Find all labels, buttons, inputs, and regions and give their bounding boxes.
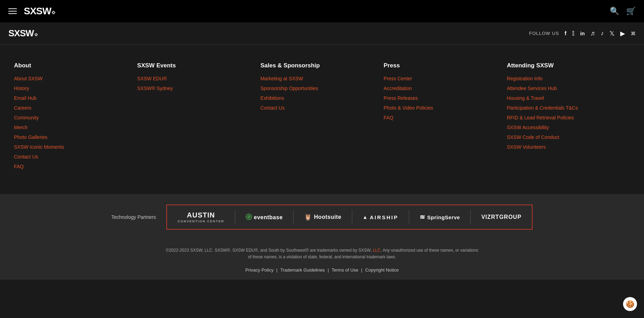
airship-logo: ▲ AIRSHIP [363, 214, 398, 220]
linkedin-icon[interactable]: in [580, 30, 585, 36]
list-item: History [14, 85, 137, 91]
code-of-conduct-link[interactable]: SXSW Code of Conduct [507, 134, 559, 140]
list-item: Marketing at SXSW [260, 75, 384, 82]
list-item: SXSW EDU® [137, 75, 261, 82]
footer-col-sales: Sales & Sponsorship Marketing at SXSW Sp… [260, 62, 384, 173]
hootsuite-logo: 🦉 Hootsuite [304, 213, 341, 221]
attendee-services-link[interactable]: Attendee Services Hub [507, 86, 557, 91]
instagram-icon[interactable]: 𝕀 [572, 30, 574, 37]
list-item: Contact Us [260, 105, 384, 111]
photo-video-policies-link[interactable]: Photo & Video Policies [384, 105, 433, 111]
rfid-policies-link[interactable]: RFID & Lead Retrieval Policies [507, 115, 574, 120]
list-item: About SXSW [14, 75, 137, 82]
footer-bottom-links: Privacy Policy | Trademark Guidelines | … [14, 267, 630, 273]
accreditation-link[interactable]: Accreditation [384, 86, 412, 91]
list-item: Registration Info [507, 75, 630, 82]
participation-credentials-link[interactable]: Participation & Credentials T&Cs [507, 105, 578, 111]
about-sxsw-link[interactable]: About SXSW [14, 76, 43, 81]
list-item: Email Hub [14, 95, 137, 101]
careers-link[interactable]: Careers [14, 105, 31, 111]
list-item: Housing & Travel [507, 95, 630, 101]
footer-col-sales-links: Marketing at SXSW Sponsorship Opportunit… [260, 75, 384, 111]
list-item: SXSW Accessibility [507, 124, 630, 131]
contact-us-sales-link[interactable]: Contact Us [260, 105, 284, 111]
footer-col-events-links: SXSW EDU® SXSW® Sydney [137, 75, 261, 91]
list-item: SXSW Code of Conduct [507, 134, 630, 140]
tiktok-icon[interactable]: ♪ [601, 30, 604, 37]
housing-travel-link[interactable]: Housing & Travel [507, 95, 544, 101]
photo-galleries-link[interactable]: Photo Galleries [14, 134, 48, 140]
marketing-sxsw-link[interactable]: Marketing at SXSW [260, 76, 303, 81]
faq-about-link[interactable]: FAQ [14, 164, 24, 169]
list-item: Exhibitions [260, 95, 384, 101]
twitter-icon[interactable]: 𝕏 [609, 30, 615, 37]
list-item: SXSW Iconic Moments [14, 144, 137, 150]
footer-col-attending-title: Attending SXSW [507, 62, 630, 69]
list-item: SXSW® Sydney [137, 85, 261, 91]
history-link[interactable]: History [14, 86, 29, 91]
footer-col-press-title: Press [384, 62, 507, 69]
list-item: Accreditation [384, 85, 507, 91]
springserve-logo: ≋ SpringServe [420, 213, 460, 221]
list-item: FAQ [14, 163, 137, 170]
follow-us-section: FOLLOW US f 𝕀 in ♬ ♪ 𝕏 ▶ ⌘ [529, 30, 636, 37]
copyright-text: ©2022-2023 SXSW, LLC. SXSW®, SXSW EDU®, … [165, 247, 479, 260]
accessibility-link[interactable]: SXSW Accessibility [507, 125, 549, 130]
llc-link[interactable]: LLC [373, 248, 381, 253]
list-item: Community [14, 114, 137, 121]
footer-col-press-links: Press Center Accreditation Press Release… [384, 75, 507, 121]
divider [470, 210, 471, 224]
top-nav: SXSW⬦ 🔍 🛒 [0, 0, 644, 22]
austin-convention-center-logo: AUSTIN CONVENTION CENTER [178, 210, 224, 224]
vizrt-group-logo: VIZRTGROUP [481, 214, 521, 220]
exhibitions-link[interactable]: Exhibitions [260, 95, 284, 101]
list-item: Careers [14, 105, 137, 111]
trademark-guidelines-link[interactable]: Trademark Guidelines [280, 267, 325, 273]
top-nav-right: 🔍 🛒 [610, 7, 636, 16]
divider [235, 210, 235, 224]
list-item: Photo & Video Policies [384, 105, 507, 111]
footer-col-sales-title: Sales & Sponsorship [260, 62, 384, 69]
spotify-icon[interactable]: ♬ [591, 30, 595, 37]
footer-col-events: SXSW Events SXSW EDU® SXSW® Sydney [137, 62, 261, 173]
list-item: Participation & Credentials T&Cs [507, 105, 630, 111]
partners-section: Technology Partners AUSTIN CONVENTION CE… [0, 194, 644, 240]
footer-columns: About About SXSW History Email Hub Caree… [0, 45, 644, 194]
sponsorship-link[interactable]: Sponsorship Opportunities [260, 86, 318, 91]
copyright-section: ©2022-2023 SXSW, LLC. SXSW®, SXSW EDU®, … [0, 240, 644, 280]
follow-label: FOLLOW US [529, 31, 559, 36]
secondary-logo[interactable]: SXSW⬦ [8, 28, 38, 39]
partners-label: Technology Partners [111, 214, 156, 220]
volunteers-link[interactable]: SXSW Volunteers [507, 144, 545, 150]
partners-box: AUSTIN CONVENTION CENTER ⓔ eventbase 🦉 H… [166, 205, 533, 230]
list-item: Press Center [384, 75, 507, 82]
rss-icon[interactable]: ⌘ [631, 31, 636, 36]
press-center-link[interactable]: Press Center [384, 76, 412, 81]
hamburger-menu[interactable] [8, 8, 17, 14]
email-hub-link[interactable]: Email Hub [14, 95, 37, 101]
iconic-moments-link[interactable]: SXSW Iconic Moments [14, 144, 64, 150]
terms-of-use-link[interactable]: Terms of Use [332, 267, 359, 273]
copyright-notice-link[interactable]: Copyright Notice [365, 267, 399, 273]
facebook-icon[interactable]: f [565, 30, 566, 37]
contact-us-about-link[interactable]: Contact Us [14, 154, 38, 160]
cart-icon[interactable]: 🛒 [626, 7, 636, 16]
faq-press-link[interactable]: FAQ [384, 115, 393, 120]
footer-col-about-links: About SXSW History Email Hub Careers Com… [14, 75, 137, 170]
community-link[interactable]: Community [14, 115, 39, 120]
list-item: FAQ [384, 114, 507, 121]
search-icon[interactable]: 🔍 [610, 7, 619, 16]
divider [293, 210, 294, 224]
top-nav-left: SXSW⬦ [8, 6, 55, 17]
list-item: Merch [14, 124, 137, 131]
divider [409, 210, 409, 224]
sxsw-edu-link[interactable]: SXSW EDU® [137, 76, 167, 81]
privacy-policy-link[interactable]: Privacy Policy [245, 267, 274, 273]
press-releases-link[interactable]: Press Releases [384, 95, 418, 101]
youtube-icon[interactable]: ▶ [620, 30, 625, 37]
separator: | [276, 267, 277, 273]
merch-link[interactable]: Merch [14, 125, 28, 130]
registration-info-link[interactable]: Registration Info [507, 76, 542, 81]
sxsw-sydney-link[interactable]: SXSW® Sydney [137, 86, 173, 91]
top-nav-logo[interactable]: SXSW⬦ [24, 6, 55, 17]
